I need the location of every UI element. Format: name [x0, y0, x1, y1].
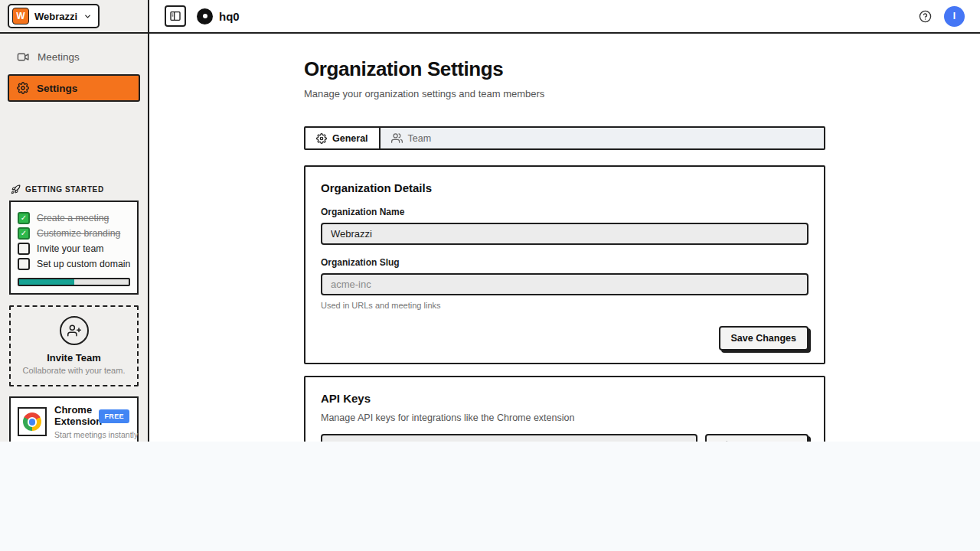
organization-slug-label: Organization Slug — [321, 257, 808, 268]
checklist-item[interactable]: Invite your team — [18, 243, 130, 255]
api-key-row: Generate Key — [321, 434, 808, 442]
nav-label: Settings — [37, 83, 77, 94]
chrome-extension-card[interactable]: Chrome Extension Start meetings instantl… — [9, 396, 139, 442]
api-keys-card: API Keys Manage API keys for integration… — [304, 376, 825, 442]
avatar[interactable]: I — [944, 6, 965, 27]
key-icon — [717, 441, 728, 442]
rocket-icon — [11, 184, 21, 194]
organization-slug-input[interactable] — [321, 273, 808, 295]
progress-bar-fill — [19, 279, 74, 285]
checklist-label: Set up custom domain — [37, 259, 130, 269]
organization-details-card: Organization Details Organization Name O… — [304, 165, 825, 364]
progress-bar — [18, 278, 130, 286]
gear-icon — [17, 82, 29, 94]
main-area: hq0 I Organization Settings Manage your … — [149, 0, 980, 442]
generate-key-label: Generate Key — [734, 441, 796, 442]
organization-name-field: Organization Name — [321, 207, 808, 245]
sidebar-item-settings[interactable]: Settings — [8, 74, 140, 102]
brand-donut-icon — [197, 8, 213, 24]
nav-label: Meetings — [38, 51, 80, 63]
tab-label: General — [332, 133, 368, 144]
sidebar: W Webrazzi Meetings Settings GETTING STA… — [0, 0, 149, 442]
generate-key-button[interactable]: Generate Key — [705, 434, 808, 442]
tab-team[interactable]: Team — [381, 128, 443, 148]
workspace-name: hq0 — [219, 10, 240, 23]
users-icon — [391, 132, 403, 144]
app-window: W Webrazzi Meetings Settings GETTING STA… — [0, 0, 980, 442]
invite-team-title: Invite Team — [17, 352, 131, 364]
organization-name-label: Organization Name — [321, 207, 808, 217]
help-button[interactable] — [919, 10, 932, 23]
sidebar-nav: Meetings Settings — [0, 34, 148, 102]
card-actions: Save Changes — [321, 326, 808, 350]
slug-help-text: Used in URLs and meeting links — [321, 301, 808, 310]
organization-slug-field: Organization Slug Used in URLs and meeti… — [321, 257, 808, 310]
invite-team-subtitle: Collaborate with your team. — [17, 366, 131, 375]
user-plus-icon — [67, 324, 81, 337]
checklist-item[interactable]: ✓ Customize branding — [18, 227, 130, 240]
org-logo: W — [12, 8, 29, 24]
checklist-label: Customize branding — [37, 228, 120, 239]
getting-started-checklist: ✓ Create a meeting ✓ Customize branding … — [9, 201, 139, 295]
tab-label: Team — [408, 133, 432, 144]
sidebar-header: W Webrazzi — [0, 0, 148, 34]
org-switcher[interactable]: W Webrazzi — [8, 4, 100, 28]
invite-icon-circle — [60, 316, 89, 345]
chrome-extension-subtitle: Start meetings instantly — [54, 430, 138, 439]
tab-general[interactable]: General — [305, 128, 381, 148]
workspace-brand: hq0 — [197, 8, 240, 24]
card-title: Organization Details — [321, 181, 808, 194]
checklist-item[interactable]: ✓ Create a meeting — [18, 212, 130, 224]
checklist-label: Invite your team — [37, 243, 103, 254]
free-badge: FREE — [99, 409, 129, 423]
help-circle-icon — [919, 10, 932, 23]
checkmark-icon: ✓ — [21, 230, 27, 237]
getting-started-section: GETTING STARTED ✓ Create a meeting ✓ Cus… — [0, 184, 148, 295]
topbar: hq0 I — [149, 0, 980, 34]
save-changes-button[interactable]: Save Changes — [719, 326, 808, 350]
org-switcher-label: Webrazzi — [34, 11, 77, 22]
checkmark-icon: ✓ — [21, 214, 27, 222]
page-title: Organization Settings — [304, 57, 825, 81]
settings-tabs: General Team — [304, 126, 825, 150]
checkbox-checked[interactable]: ✓ — [18, 227, 30, 240]
checkbox-unchecked[interactable] — [18, 243, 30, 255]
settings-content: Organization Settings Manage your organi… — [304, 34, 825, 442]
checklist-label: Create a meeting — [37, 213, 109, 223]
checkbox-checked[interactable]: ✓ — [18, 212, 30, 224]
sidebar-toggle-button[interactable] — [165, 5, 186, 27]
checkbox-unchecked[interactable] — [18, 258, 30, 270]
chevron-down-icon — [83, 12, 92, 21]
sidebar-toggle-icon — [169, 10, 181, 22]
getting-started-header: GETTING STARTED — [0, 184, 148, 194]
chrome-logo-frame — [18, 407, 47, 436]
api-keys-subtitle: Manage API keys for integrations like th… — [321, 412, 808, 423]
video-camera-icon — [17, 51, 30, 64]
gear-icon — [316, 133, 327, 144]
organization-name-input[interactable] — [321, 223, 808, 245]
topbar-right: I — [919, 6, 965, 27]
page-subtitle: Manage your organization settings and te… — [304, 88, 825, 99]
invite-team-card[interactable]: Invite Team Collaborate with your team. — [9, 305, 139, 386]
checklist-item[interactable]: Set up custom domain — [18, 258, 130, 270]
card-title: API Keys — [321, 392, 808, 405]
api-key-name-input[interactable] — [321, 434, 697, 442]
getting-started-title: GETTING STARTED — [25, 185, 104, 194]
chrome-icon — [23, 412, 41, 431]
sidebar-item-meetings[interactable]: Meetings — [8, 44, 140, 70]
